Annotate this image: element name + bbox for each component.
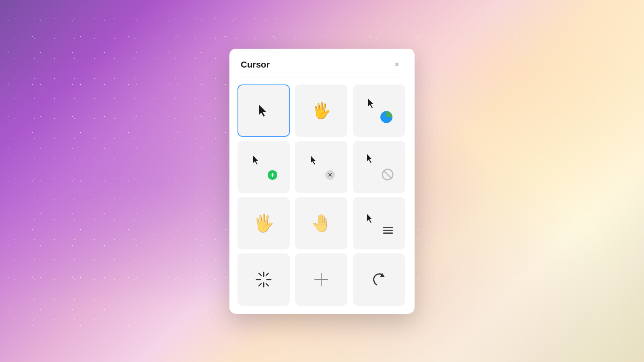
small-arrow-svg <box>367 98 377 109</box>
arrow-no-icon <box>363 151 395 183</box>
arrow-cursor-icon <box>258 104 269 117</box>
cursor-cell-arrow-blue[interactable] <box>353 84 405 137</box>
rotate-icon <box>372 272 386 287</box>
hand-cursor-icon: 🖐 <box>312 102 331 119</box>
svg-rect-3 <box>383 227 393 228</box>
cursor-cell-hand-outline1[interactable]: 🖐 <box>237 197 290 249</box>
svg-rect-4 <box>383 230 393 231</box>
crosshair-svg <box>256 272 272 288</box>
cursor-modal: Cursor × 🖐 <box>229 49 415 314</box>
arrow-svg <box>258 104 269 117</box>
hand-outline2-unicode: 🤚 <box>311 213 332 233</box>
arrow-lines-svg <box>366 213 375 224</box>
thin-plus-svg <box>314 272 328 287</box>
blue-pie-icon <box>380 111 393 123</box>
svg-line-2 <box>384 171 392 179</box>
svg-line-13 <box>266 284 268 286</box>
cursor-cell-thin-plus[interactable] <box>295 253 347 306</box>
rotate-svg <box>372 272 386 287</box>
hand-outline1-unicode: 🖐 <box>253 213 274 233</box>
cursor-cell-arrow-lines[interactable] <box>353 197 405 249</box>
svg-line-12 <box>259 284 261 286</box>
plus-badge: + <box>268 170 277 180</box>
arrow-lines-icon <box>363 209 395 237</box>
svg-line-10 <box>259 273 261 276</box>
hand-unicode: 🖐 <box>312 102 331 119</box>
modal-header: Cursor × <box>229 49 415 71</box>
arrow-plus-icon: + <box>249 152 278 181</box>
lines-svg <box>382 226 394 236</box>
cursor-cell-arrow-x[interactable]: ✕ <box>295 141 347 193</box>
no-symbol-svg <box>382 169 394 181</box>
arrow-plus-svg <box>252 155 261 165</box>
svg-rect-5 <box>383 232 393 234</box>
cursor-cell-arrow-plus[interactable]: + <box>237 141 290 193</box>
crosshair-icon <box>256 272 272 288</box>
arrow-no-svg <box>366 153 375 164</box>
modal-title: Cursor <box>241 60 270 70</box>
svg-line-11 <box>266 273 268 276</box>
cursor-cell-crosshair[interactable] <box>237 253 290 306</box>
arrow-x-icon: ✕ <box>307 152 336 181</box>
cursor-cell-rotate[interactable] <box>353 253 405 306</box>
close-button[interactable]: × <box>390 58 403 71</box>
cursor-cell-arrow[interactable] <box>237 84 290 137</box>
cursor-cell-hand-outline2[interactable]: 🤚 <box>295 197 347 249</box>
hand-outline2-icon: 🤚 <box>311 213 332 233</box>
arrow-x-svg <box>310 155 319 165</box>
thin-plus-icon <box>314 272 328 287</box>
hand-outline1-icon: 🖐 <box>253 213 274 233</box>
arrow-blue-icon <box>363 95 395 127</box>
cursor-grid: 🖐 + <box>229 78 415 314</box>
cursor-cell-hand[interactable]: 🖐 <box>295 84 347 137</box>
x-badge: ✕ <box>325 170 335 180</box>
cursor-cell-arrow-no[interactable] <box>353 141 405 193</box>
